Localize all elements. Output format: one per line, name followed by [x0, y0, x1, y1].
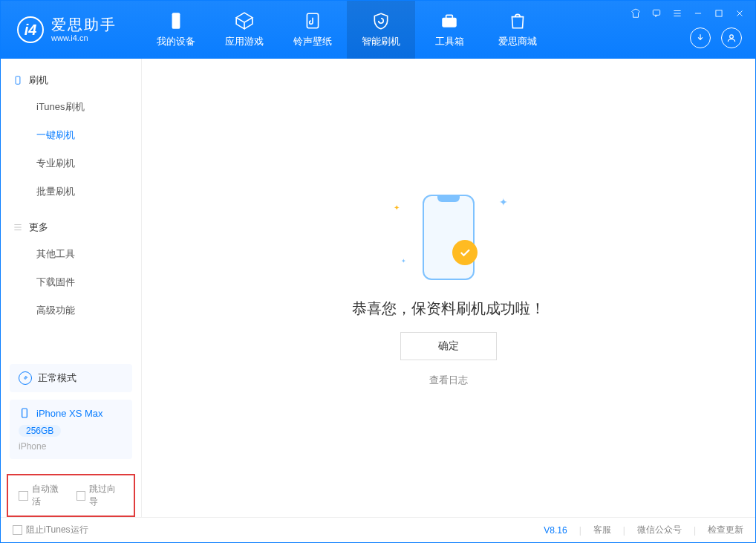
options-row: 自动激活 跳过向导: [7, 474, 135, 517]
separator: |: [579, 525, 581, 536]
sidebar-spacer: [1, 325, 141, 357]
svg-point-6: [730, 35, 734, 39]
svg-point-8: [25, 377, 27, 380]
checkbox-skip-wizard[interactable]: 跳过向导: [76, 483, 124, 508]
sidebar-section-flash: 刷机 iTunes刷机 一键刷机 专业刷机 批量刷机: [1, 59, 141, 206]
skin-icon[interactable]: [629, 7, 642, 20]
brand-text: 爱思助手 www.i4.cn: [51, 16, 117, 43]
nav-label: 铃声壁纸: [293, 35, 332, 48]
sidebar-section-title: 更多: [29, 221, 48, 234]
sidebar-header-flash: 刷机: [1, 68, 141, 93]
device-outline-icon: [13, 75, 23, 85]
sidebar-item-batch-flash[interactable]: 批量刷机: [1, 178, 141, 206]
checkbox-label: 阻止iTunes运行: [26, 524, 88, 536]
window-controls: [629, 7, 746, 20]
nav-label: 应用游戏: [225, 35, 264, 48]
nav-store[interactable]: 爱思商城: [483, 1, 552, 59]
separator: |: [694, 525, 696, 536]
user-icon[interactable]: [721, 27, 742, 48]
support-link[interactable]: 客服: [593, 524, 611, 536]
shopping-bag-icon: [508, 11, 527, 30]
app-window: i4 爱思助手 www.i4.cn 我的设备 应用游戏 铃声壁纸 智能刷机: [0, 0, 756, 543]
checkbox-box-icon: [76, 491, 86, 501]
svg-rect-7: [16, 77, 20, 85]
sidebar-item-download-firmware[interactable]: 下载固件: [1, 268, 141, 296]
sidebar-section-title: 刷机: [29, 74, 48, 87]
svg-rect-5: [716, 10, 722, 16]
header-action-icons: [690, 27, 742, 48]
toolbox-icon: [440, 11, 459, 30]
checkbox-label: 跳过向导: [89, 483, 123, 508]
sidebar-item-advanced[interactable]: 高级功能: [1, 296, 141, 325]
device-type: iPhone: [19, 441, 46, 452]
nav-toolbox[interactable]: 工具箱: [415, 1, 483, 59]
phone-icon: [166, 11, 186, 30]
brand-subtitle: www.i4.cn: [51, 33, 117, 43]
svg-rect-4: [653, 10, 659, 15]
nav-label: 爱思商城: [498, 35, 537, 48]
phone-small-icon: [19, 407, 30, 419]
nav-my-device[interactable]: 我的设备: [142, 1, 210, 59]
sparkle-icon: ✦: [394, 204, 400, 212]
cube-icon: [235, 11, 254, 30]
mode-card[interactable]: 正常模式: [10, 364, 132, 392]
nav-label: 智能刷机: [362, 35, 400, 48]
sidebar-item-oneclick-flash[interactable]: 一键刷机: [1, 121, 141, 149]
svg-rect-3: [446, 15, 453, 18]
brand-logo-icon: i4: [17, 16, 44, 43]
svg-rect-9: [22, 409, 27, 417]
check-update-link[interactable]: 检查更新: [708, 524, 743, 536]
maximize-button[interactable]: [712, 7, 726, 20]
device-card[interactable]: iPhone XS Max 256GB iPhone: [10, 400, 132, 459]
feedback-icon[interactable]: [650, 7, 663, 20]
sidebar-item-itunes-flash[interactable]: iTunes刷机: [1, 93, 141, 121]
svg-rect-0: [172, 13, 180, 29]
minimize-button[interactable]: [691, 7, 705, 20]
music-file-icon: [303, 11, 322, 30]
sparkle-icon: ✦: [499, 196, 508, 208]
footer: 阻止iTunes运行 V8.16 | 客服 | 微信公众号 | 检查更新: [1, 517, 755, 542]
sidebar: 刷机 iTunes刷机 一键刷机 专业刷机 批量刷机 更多 其他工具 下载固件 …: [1, 59, 142, 517]
ok-button[interactable]: 确定: [400, 332, 497, 360]
nav-smart-flash[interactable]: 智能刷机: [347, 1, 415, 59]
sparkle-icon: ✦: [401, 258, 406, 264]
sidebar-item-other-tools[interactable]: 其他工具: [1, 240, 141, 268]
version-label: V8.16: [544, 525, 567, 536]
list-icon: [13, 222, 23, 233]
nav-label: 工具箱: [435, 35, 464, 48]
device-name: iPhone XS Max: [36, 408, 103, 419]
checkbox-box-icon: [19, 491, 28, 501]
sidebar-item-pro-flash[interactable]: 专业刷机: [1, 149, 141, 178]
sidebar-header-more: 更多: [1, 215, 141, 240]
checkbox-box-icon: [13, 525, 22, 535]
view-log-link[interactable]: 查看日志: [429, 374, 468, 387]
device-capacity-badge: 256GB: [19, 425, 61, 437]
brand-title: 爱思助手: [51, 16, 117, 33]
main-content: ✦ ✦ ✦ 恭喜您，保资料刷机成功啦！ 确定 查看日志: [142, 59, 755, 517]
checkbox-auto-activate[interactable]: 自动激活: [19, 483, 66, 508]
device-panel: 正常模式 iPhone XS Max 256GB iPhone: [1, 357, 141, 474]
download-icon[interactable]: [690, 27, 711, 48]
checkbox-label: 自动激活: [32, 483, 66, 508]
mode-label: 正常模式: [38, 371, 76, 385]
wechat-link[interactable]: 微信公众号: [637, 524, 682, 536]
normal-mode-icon: [19, 371, 32, 385]
brand: i4 爱思助手 www.i4.cn: [1, 1, 142, 59]
checkbox-block-itunes[interactable]: 阻止iTunes运行: [13, 524, 88, 536]
nav-label: 我的设备: [157, 35, 195, 48]
check-badge-icon: [452, 240, 478, 265]
svg-rect-2: [442, 18, 457, 27]
success-illustration: ✦ ✦ ✦: [404, 189, 493, 285]
close-button[interactable]: [733, 7, 746, 20]
nav-ringtone-wallpaper[interactable]: 铃声壁纸: [278, 1, 347, 59]
nav-apps-games[interactable]: 应用游戏: [210, 1, 278, 59]
success-message: 恭喜您，保资料刷机成功啦！: [352, 299, 545, 319]
sidebar-section-more: 更多 其他工具 下载固件 高级功能: [1, 206, 141, 325]
header: i4 爱思助手 www.i4.cn 我的设备 应用游戏 铃声壁纸 智能刷机: [1, 1, 755, 59]
phone-outline-icon: [423, 195, 475, 280]
nav-tabs: 我的设备 应用游戏 铃声壁纸 智能刷机 工具箱 爱思商城: [142, 1, 552, 59]
refresh-shield-icon: [371, 11, 391, 30]
menu-icon[interactable]: [671, 7, 684, 20]
body: 刷机 iTunes刷机 一键刷机 专业刷机 批量刷机 更多 其他工具 下载固件 …: [1, 59, 755, 517]
separator: |: [623, 525, 625, 536]
